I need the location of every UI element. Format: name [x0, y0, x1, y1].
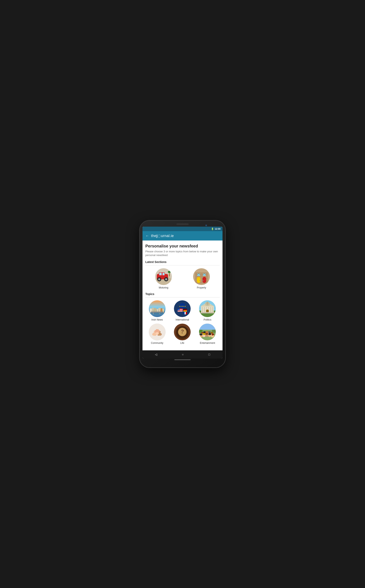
- topic-label-politics: Politics: [204, 318, 211, 321]
- svg-point-21: [199, 280, 200, 281]
- topic-item-community[interactable]: Community: [145, 324, 169, 344]
- svg-point-78: [154, 331, 155, 332]
- topic-item-international[interactable]: ★★★★★ ★★: [170, 300, 194, 321]
- svg-point-13: [168, 271, 171, 273]
- svg-line-109: [203, 334, 203, 336]
- svg-rect-5: [162, 273, 165, 275]
- topic-label-international: International: [175, 318, 189, 321]
- svg-point-104: [199, 333, 203, 336]
- svg-rect-58: [204, 307, 205, 313]
- svg-rect-48: [183, 309, 187, 311]
- svg-rect-77: [156, 333, 158, 335]
- app-logo: thej◌urnal.ie: [151, 234, 174, 238]
- phone-home-bar: [174, 359, 191, 360]
- svg-point-102: [208, 331, 211, 333]
- page-title: Personalise your newsfeed: [145, 244, 220, 248]
- svg-rect-49: [183, 311, 187, 312]
- nav-back-button[interactable]: ◁: [155, 353, 157, 356]
- phone-device: 🔋 12:00 ← thej◌urnal.ie Personalise your…: [140, 221, 225, 367]
- topic-label-motoring: Motoring: [159, 286, 168, 289]
- latest-sections-divider: [145, 265, 220, 266]
- svg-text:?: ?: [181, 329, 184, 335]
- topic-item-irish-news[interactable]: Irish News: [145, 300, 169, 321]
- svg-rect-37: [159, 313, 160, 314]
- topic-image-irish-news: [149, 300, 166, 317]
- status-bar: 🔋 12:00: [142, 227, 223, 231]
- svg-rect-114: [199, 324, 216, 330]
- svg-point-101: [206, 331, 208, 333]
- nav-recent-button[interactable]: □: [208, 353, 210, 356]
- svg-line-111: [211, 334, 212, 336]
- topic-image-motoring: [155, 268, 172, 285]
- svg-text:★★★★★: ★★★★★: [179, 305, 186, 307]
- svg-point-65: [206, 301, 208, 305]
- phone-screen: 🔋 12:00 ← thej◌urnal.ie Personalise your…: [142, 227, 223, 358]
- svg-point-100: [203, 331, 206, 333]
- topic-label-irish-news: Irish News: [151, 318, 163, 321]
- svg-rect-44: [178, 311, 183, 312]
- topic-item-motoring[interactable]: Motoring: [145, 268, 182, 289]
- topic-image-entertainment: [199, 324, 216, 340]
- status-time: 12:00: [215, 228, 220, 230]
- svg-rect-35: [151, 312, 163, 313]
- topic-item-entertainment[interactable]: Entertainment: [196, 324, 219, 344]
- topic-image-international: ★★★★★ ★★: [174, 300, 191, 317]
- svg-rect-61: [210, 307, 211, 313]
- topic-item-property[interactable]: Property: [183, 268, 220, 289]
- latest-sections-grid: Motoring: [145, 268, 220, 289]
- back-button[interactable]: ←: [145, 234, 149, 238]
- latest-sections-heading: Latest Sections: [145, 260, 220, 264]
- svg-rect-62: [212, 307, 213, 313]
- content-area: Personalise your newsfeed Please choose …: [142, 240, 223, 350]
- svg-point-80: [156, 329, 157, 330]
- topic-label-property: Property: [197, 286, 206, 289]
- app-bar: ← thej◌urnal.ie: [142, 231, 223, 240]
- topics-heading: Topics: [145, 292, 220, 296]
- svg-point-81: [157, 329, 159, 330]
- svg-rect-52: [186, 312, 187, 315]
- topic-image-life: ?: [174, 324, 191, 340]
- svg-rect-66: [206, 309, 209, 313]
- svg-rect-51: [184, 312, 186, 315]
- page-subtitle: Please choose 3 or more topics from belo…: [145, 250, 220, 257]
- topic-label-entertainment: Entertainment: [200, 342, 215, 344]
- svg-point-79: [159, 331, 161, 332]
- topics-grid: Irish News ★★★★★: [145, 300, 220, 344]
- topic-image-community: [149, 324, 166, 340]
- svg-rect-47: [183, 308, 187, 309]
- svg-point-11: [166, 279, 167, 280]
- phone-speaker: [176, 223, 189, 225]
- svg-point-8: [159, 279, 160, 280]
- phone-camera: [205, 224, 207, 226]
- svg-rect-68: [200, 313, 215, 313]
- bottom-navigation: ◁ ○ □: [142, 350, 223, 358]
- svg-rect-36: [153, 313, 154, 314]
- topic-label-community: Community: [151, 342, 163, 344]
- svg-rect-50: [183, 312, 184, 315]
- topic-item-life[interactable]: ? Life: [170, 324, 194, 344]
- svg-line-110: [208, 333, 208, 335]
- svg-text:★★: ★★: [178, 309, 180, 310]
- svg-rect-67: [201, 312, 214, 313]
- battery-icon: 🔋: [211, 228, 214, 230]
- svg-rect-4: [159, 273, 162, 275]
- topic-label-life: Life: [180, 342, 184, 344]
- nav-home-button[interactable]: ○: [182, 353, 183, 356]
- topic-image-politics: [199, 300, 216, 317]
- svg-rect-57: [202, 307, 203, 313]
- topic-item-politics[interactable]: Politics: [196, 300, 219, 321]
- topic-image-property: [193, 268, 210, 285]
- svg-rect-12: [169, 272, 170, 276]
- svg-point-22: [203, 280, 204, 281]
